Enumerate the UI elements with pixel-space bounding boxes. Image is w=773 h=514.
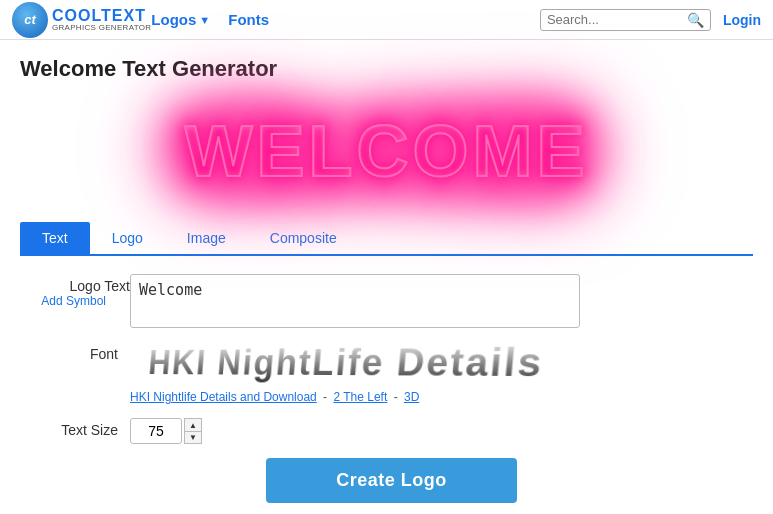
tabs-bar: Text Logo Image Composite (20, 222, 753, 256)
text-size-input[interactable] (130, 418, 182, 444)
tab-composite[interactable]: Composite (248, 222, 359, 254)
search-container: 🔍 (540, 9, 711, 31)
nav-fonts[interactable]: Fonts (228, 11, 269, 28)
font-display-area: HKI NightLife Details HKI Nightlife Deta… (130, 342, 528, 404)
logo-text-row: Logo Text Add Symbol (30, 274, 753, 328)
welcome-preview: WELCOME (20, 96, 753, 206)
text-size-up[interactable]: ▲ (184, 418, 202, 431)
page-title: Welcome Text Generator (20, 56, 753, 82)
tab-logo[interactable]: Logo (90, 222, 165, 254)
text-size-control: ▲ ▼ (130, 418, 202, 444)
cooltext-logo: ct COOLTEXT GRAPHICS GENERATOR (12, 2, 151, 38)
logo-text-label: Logo Text (30, 274, 130, 294)
text-size-spinner: ▲ ▼ (184, 418, 202, 444)
search-input[interactable] (547, 12, 687, 27)
font-row: Font HKI NightLife Details HKI Nightlife… (30, 342, 753, 404)
fonts-label: Fonts (228, 11, 269, 28)
text-size-down[interactable]: ▼ (184, 431, 202, 444)
font-link-3d[interactable]: 3D (404, 390, 419, 404)
logo-icon: ct (12, 2, 48, 38)
login-button[interactable]: Login (723, 12, 761, 28)
font-link-hki[interactable]: HKI Nightlife Details and Download (130, 390, 317, 404)
font-label: Font (30, 342, 130, 362)
create-logo-button[interactable]: Create Logo (266, 458, 517, 503)
main-content: Welcome Text Generator WELCOME Text Logo… (0, 40, 773, 514)
brand-cool: COOLTEXT (52, 8, 151, 24)
brand-tagline: GRAPHICS GENERATOR (52, 24, 151, 32)
font-preview[interactable]: HKI NightLife Details (130, 342, 528, 384)
add-symbol-link[interactable]: Add Symbol (30, 294, 118, 308)
header: ct COOLTEXT GRAPHICS GENERATOR Logos ▼ F… (0, 0, 773, 40)
logo-text-input[interactable] (130, 274, 580, 328)
font-link-2theleft[interactable]: 2 The Left (333, 390, 387, 404)
text-size-label: Text Size (30, 418, 130, 438)
tab-text[interactable]: Text (20, 222, 90, 254)
nav-logos[interactable]: Logos ▼ (151, 11, 210, 28)
welcome-text: WELCOME (185, 110, 589, 192)
brand-text: COOLTEXT GRAPHICS GENERATOR (52, 8, 151, 32)
logos-label: Logos (151, 11, 196, 28)
logos-arrow-icon: ▼ (199, 14, 210, 26)
tab-image[interactable]: Image (165, 222, 248, 254)
search-button[interactable]: 🔍 (687, 12, 704, 28)
form-area: Logo Text Add Symbol Font HKI NightLife … (20, 274, 753, 503)
create-logo-row: Create Logo (30, 458, 753, 503)
font-name-text: HKI NightLife Details (147, 340, 546, 386)
font-link-row: HKI Nightlife Details and Download - 2 T… (130, 390, 528, 404)
text-size-row: Text Size ▲ ▼ (30, 418, 753, 444)
